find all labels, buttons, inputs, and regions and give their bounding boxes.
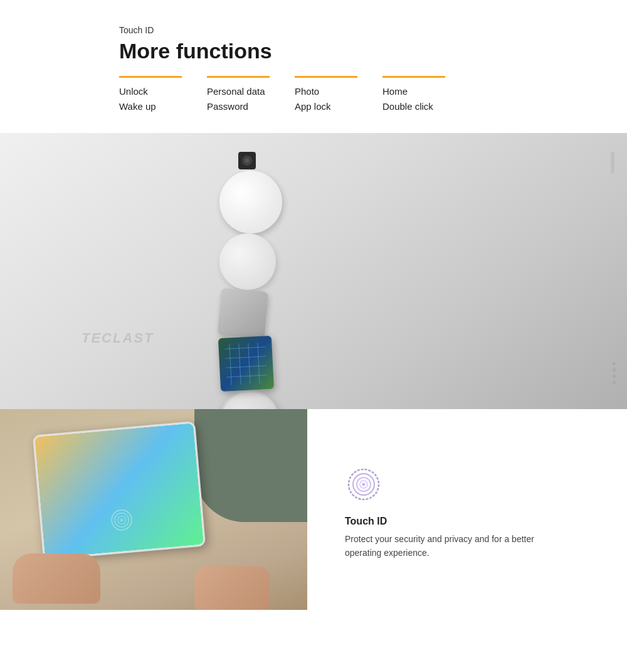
fp-layer-second [219, 233, 276, 290]
shirt-area [194, 409, 307, 522]
feature-item-unlock: UnlockWake up [119, 76, 207, 114]
bottom-touch-id-label: Touch ID [345, 516, 602, 527]
page-title: More functions [119, 39, 627, 63]
speaker-dot [613, 375, 616, 378]
speaker-dot [613, 381, 616, 384]
feature-text-home: HomeDouble click [382, 84, 458, 114]
camera-lens [242, 156, 252, 166]
camera [238, 152, 256, 169]
hand-left [13, 553, 100, 604]
svg-point-8 [362, 483, 366, 486]
bottom-description: Protect your security and privacy and fo… [345, 532, 571, 560]
tablet-device-photo [33, 421, 206, 560]
fingerprint-on-screen-icon [108, 506, 135, 533]
fingerprint-icon-large [345, 466, 382, 503]
top-section: Touch ID More functions UnlockWake up Pe… [0, 0, 627, 133]
brand-logo: TECLAST [82, 330, 154, 346]
feature-item-photo: PhotoApp lock [295, 76, 382, 114]
fp-layer-circuit [218, 336, 274, 392]
tablet-image-section: TECLAST [0, 133, 627, 409]
features-row: UnlockWake up Personal dataPassword Phot… [119, 76, 627, 114]
feature-text-unlock: UnlockWake up [119, 84, 194, 114]
bottom-left-image [0, 409, 307, 610]
svg-point-3 [120, 518, 123, 521]
orange-divider [207, 76, 270, 78]
fingerprint-exploded-view [219, 171, 357, 371]
feature-item-personal: Personal dataPassword [207, 76, 295, 114]
speaker-dot [613, 362, 616, 365]
feature-item-home: HomeDouble click [382, 76, 470, 114]
orange-divider [119, 76, 182, 78]
tablet-screen [34, 423, 204, 558]
feature-text-photo: PhotoApp lock [295, 84, 370, 114]
orange-divider [295, 76, 357, 78]
bottom-right-info: Touch ID Protect your security and priva… [307, 409, 627, 610]
speaker-dot [613, 368, 616, 371]
fp-layer-square [218, 288, 268, 339]
feature-text-personal: Personal dataPassword [207, 84, 282, 114]
side-button [611, 152, 614, 174]
orange-divider [382, 76, 445, 78]
bottom-section: Touch ID Protect your security and priva… [0, 409, 627, 610]
hand-right [194, 566, 270, 610]
speaker-dots [613, 362, 616, 384]
touch-id-subtitle: Touch ID [119, 25, 627, 35]
fp-layer-top [219, 171, 282, 233]
